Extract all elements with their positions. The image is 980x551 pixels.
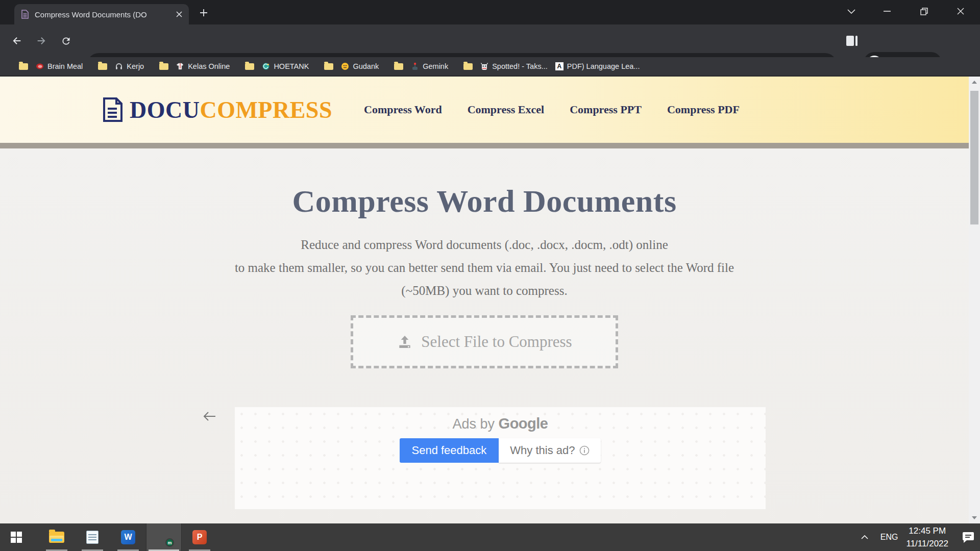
- logo-docu: DOCU: [130, 97, 200, 123]
- notification-center-icon[interactable]: [957, 531, 980, 543]
- bookmark-gudank[interactable]: Gudank: [341, 62, 379, 70]
- browser-toolbar: docucompress.com/word/ Incognito (4): [0, 24, 980, 57]
- tray-time: 12:45 PM: [906, 524, 948, 537]
- upload-icon: [397, 334, 413, 350]
- header-separator: [0, 143, 969, 148]
- site-header: DOCUCOMPRESS Compress Word Compress Exce…: [0, 77, 969, 143]
- description-line: (~50MB) you want to compress.: [0, 279, 969, 302]
- taskbar-notepad[interactable]: [75, 523, 110, 551]
- chrome-badge: m: [165, 538, 174, 547]
- bookmark-kelas-online[interactable]: Kelas Online: [176, 62, 230, 70]
- headphones-icon: [115, 62, 123, 70]
- ad-panel: Ads by Google Send feedback Why this ad?: [235, 407, 766, 509]
- select-file-button[interactable]: Select File to Compress: [351, 315, 618, 368]
- ads-by-text: Ads by: [453, 416, 495, 432]
- back-icon[interactable]: [7, 31, 27, 51]
- file-explorer-icon: [49, 532, 64, 543]
- why-this-ad-button[interactable]: Why this ad?: [499, 438, 601, 463]
- bookmark-label: HOETANK: [274, 62, 309, 70]
- taskbar: W m P ENG 12:45 PM 11/11/2022: [0, 523, 980, 551]
- tab-bar: Compress Word Documents (DO: [0, 0, 980, 24]
- send-feedback-button[interactable]: Send feedback: [400, 438, 499, 463]
- bookmark-folder[interactable]: [98, 63, 107, 70]
- nav-compress-excel[interactable]: Compress Excel: [468, 103, 545, 116]
- tab-close-icon[interactable]: [174, 9, 185, 20]
- bookmark-folder[interactable]: [463, 63, 473, 70]
- bookmark-label: Gemink: [423, 62, 448, 70]
- screen: Compress Word Documents (DO: [0, 0, 980, 551]
- taskbar-chrome[interactable]: m: [146, 523, 182, 551]
- start-button[interactable]: [0, 523, 33, 551]
- steak-icon: [36, 62, 44, 70]
- forward-icon[interactable]: [31, 31, 52, 51]
- bookmark-kerjo[interactable]: Kerjo: [115, 62, 144, 70]
- bookmark-folder[interactable]: [19, 63, 28, 70]
- bookmark-folder[interactable]: [324, 63, 333, 70]
- tray-date: 11/11/2022: [906, 537, 948, 550]
- docucompress-logo-icon: [102, 97, 122, 122]
- info-icon: [579, 445, 590, 456]
- site-logo-text: DOCUCOMPRESS: [130, 96, 332, 123]
- page-scrollbar[interactable]: [969, 77, 980, 523]
- expressionless-face-icon: [341, 62, 349, 70]
- letter-a-icon: A: [555, 62, 564, 70]
- browser-tab[interactable]: Compress Word Documents (DO: [14, 4, 189, 24]
- main-content: Compress Word Documents Reduce and compr…: [0, 148, 969, 523]
- description-line: Reduce and compress Word documents (.doc…: [0, 233, 969, 256]
- page-description: Reduce and compress Word documents (.doc…: [0, 233, 969, 302]
- tab-title: Compress Word Documents (DO: [35, 10, 170, 19]
- new-tab-button[interactable]: [196, 5, 211, 20]
- bookmark-label: Kerjo: [127, 62, 144, 70]
- taskbar-file-explorer[interactable]: [39, 523, 75, 551]
- bookmark-label: Kelas Online: [188, 62, 230, 70]
- scrollbar-down-icon[interactable]: [969, 512, 980, 523]
- tray-language[interactable]: ENG: [880, 533, 898, 542]
- scrollbar-up-icon[interactable]: [969, 77, 980, 88]
- bookmark-label: Gudank: [353, 62, 379, 70]
- why-this-ad-label: Why this ad?: [510, 444, 575, 457]
- ad-zone: Ads by Google Send feedback Why this ad?: [0, 407, 969, 509]
- tray-clock[interactable]: 12:45 PM 11/11/2022: [906, 524, 948, 550]
- joystick-icon: [411, 62, 419, 70]
- scrollbar-thumb[interactable]: [970, 91, 978, 224]
- select-file-label: Select File to Compress: [421, 333, 572, 351]
- nav-compress-word[interactable]: Compress Word: [364, 103, 442, 116]
- site-logo[interactable]: DOCUCOMPRESS: [102, 96, 332, 123]
- swirl-icon: [262, 62, 270, 70]
- web-page: DOCUCOMPRESS Compress Word Compress Exce…: [0, 77, 969, 523]
- bookmark-brain-meal[interactable]: Brain Meal: [36, 62, 83, 70]
- google-wordmark: Google: [499, 415, 548, 432]
- kimono-icon: [176, 62, 184, 70]
- tab-search-chevron-icon[interactable]: [841, 2, 862, 20]
- logo-compress: COMPRESS: [200, 97, 332, 123]
- robot-icon: [480, 62, 488, 70]
- powerpoint-icon: P: [192, 530, 207, 544]
- bookmark-hoetank[interactable]: HOETANK: [262, 62, 309, 70]
- bookmark-folder[interactable]: [394, 63, 403, 70]
- ad-buttons: Send feedback Why this ad?: [235, 438, 766, 463]
- page-title: Compress Word Documents: [0, 148, 969, 222]
- bookmarks-bar: Brain Meal Kerjo Kelas Online HOETANK Gu…: [0, 57, 980, 77]
- close-button[interactable]: [950, 2, 971, 20]
- bookmark-folder[interactable]: [159, 63, 168, 70]
- nav-compress-ppt[interactable]: Compress PPT: [570, 103, 642, 116]
- nav-compress-pdf[interactable]: Compress PDF: [667, 103, 740, 116]
- minimize-button[interactable]: [877, 2, 897, 20]
- bookmark-label: Brain Meal: [47, 62, 83, 70]
- windows-logo-icon: [11, 532, 22, 543]
- taskbar-powerpoint[interactable]: P: [182, 523, 217, 551]
- tray-chevron-up-icon[interactable]: [855, 535, 874, 539]
- word-icon: W: [121, 530, 135, 544]
- ad-back-arrow-icon[interactable]: [203, 411, 216, 423]
- bookmark-folder[interactable]: [245, 63, 254, 70]
- bookmark-pdf-language[interactable]: A PDF) Language Lea...: [555, 62, 640, 70]
- restore-button[interactable]: [914, 2, 934, 20]
- side-panel-icon[interactable]: [843, 33, 861, 49]
- ads-by-google: Ads by Google: [235, 407, 766, 432]
- chrome-icon: m: [156, 530, 172, 545]
- system-tray: ENG 12:45 PM 11/11/2022: [855, 523, 980, 551]
- bookmark-gemink[interactable]: Gemink: [411, 62, 448, 70]
- reload-icon[interactable]: [56, 31, 76, 51]
- taskbar-word[interactable]: W: [110, 523, 146, 551]
- bookmark-spotted[interactable]: Spotted! - Taks...: [480, 62, 548, 70]
